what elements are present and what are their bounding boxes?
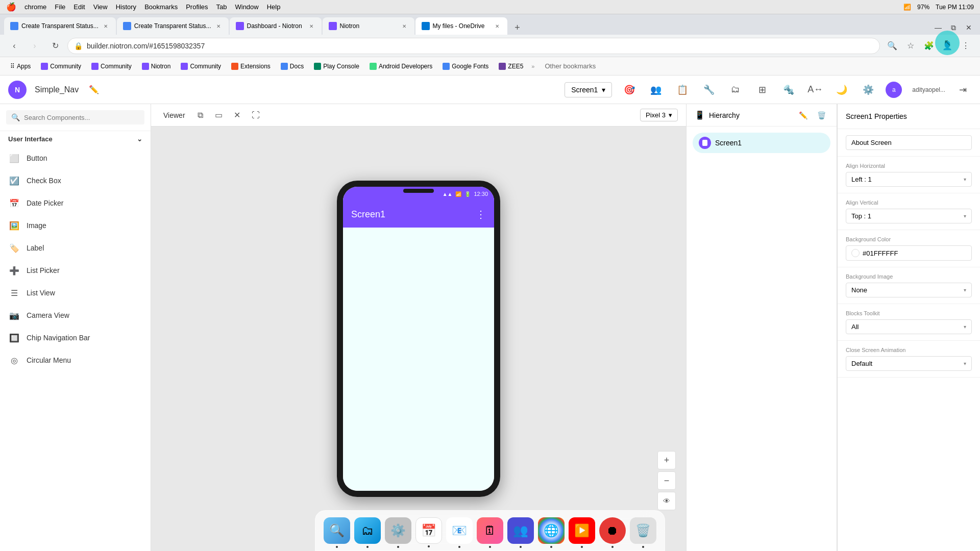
bookmark-community1[interactable]: Community <box>37 61 85 72</box>
tab1-close[interactable]: ✕ <box>102 22 110 30</box>
project-name-edit-icon[interactable]: ✏️ <box>89 85 99 94</box>
dock-youtube[interactable]: ▶️ <box>569 517 595 544</box>
phone-more-icon[interactable]: ⋮ <box>476 208 486 220</box>
preview-icon[interactable]: ▭ <box>212 108 226 122</box>
close-screen-animation-dropdown[interactable]: Default ▾ <box>846 356 972 371</box>
browser-tab-4[interactable]: Niotron ✕ <box>323 17 414 35</box>
edit-menu[interactable]: Edit <box>74 3 85 11</box>
blocks-toolkit-dropdown[interactable]: All ▾ <box>846 319 972 334</box>
close-viewer-icon[interactable]: ✕ <box>230 108 244 122</box>
hierarchy-delete-icon[interactable]: 🗑️ <box>814 108 828 122</box>
tab4-close[interactable]: ✕ <box>400 22 408 30</box>
dock-trash[interactable]: 🗑️ <box>630 517 656 544</box>
history-menu[interactable]: History <box>116 3 136 11</box>
bookmarks-menu[interactable]: Bookmarks <box>144 3 178 11</box>
dock-calendar[interactable]: 📅 <box>415 517 442 544</box>
ui-section-collapse-icon[interactable]: ⌄ <box>137 135 142 143</box>
component-image[interactable]: 🖼️ Image <box>0 214 151 237</box>
forward-button[interactable]: › <box>27 38 43 54</box>
logout-icon[interactable]: ⇥ <box>953 81 972 99</box>
file-menu[interactable]: File <box>55 3 65 11</box>
search-icon[interactable]: 🔍 <box>884 38 900 54</box>
search-components-input[interactable] <box>24 114 139 121</box>
wrench-icon[interactable]: 🔩 <box>779 81 798 99</box>
bookmark-zee5[interactable]: ZEE5 <box>495 61 527 72</box>
zoom-out-button[interactable]: − <box>657 471 676 490</box>
new-tab-button[interactable]: + <box>510 20 525 35</box>
device-selector[interactable]: Pixel 3 ▾ <box>640 109 678 121</box>
bookmark-extensions[interactable]: Extensions <box>227 61 275 72</box>
bookmarks-overflow[interactable]: » <box>531 63 534 69</box>
bookmark-docs[interactable]: Docs <box>277 61 308 72</box>
dock-record[interactable]: ⏺ <box>599 517 626 544</box>
layers-viewer-icon[interactable]: ⧉ <box>193 108 208 122</box>
tab3-close[interactable]: ✕ <box>307 22 315 30</box>
component-datepicker[interactable]: 📅 Date Picker <box>0 192 151 214</box>
bookmark-android-dev[interactable]: Android Developers <box>365 61 436 72</box>
app-menu-chrome[interactable]: chrome <box>24 3 46 11</box>
background-image-dropdown[interactable]: None ▾ <box>846 283 972 297</box>
tab2-close[interactable]: ✕ <box>214 22 223 30</box>
more-icon[interactable]: ⋮ <box>958 38 974 54</box>
component-chipnav[interactable]: 🔲 Chip Navigation Bar <box>0 327 151 349</box>
bookmark-play-console[interactable]: Play Console <box>310 61 363 72</box>
bookmark-apps[interactable]: ⠿ Apps <box>6 61 35 72</box>
ui-section-header[interactable]: User Interface ⌄ <box>0 131 151 147</box>
people-icon[interactable]: 👥 <box>647 81 665 99</box>
profiles-menu[interactable]: Profiles <box>186 3 208 11</box>
component-listpicker[interactable]: ➕ List Picker <box>0 259 151 282</box>
bookmark-community3[interactable]: Community <box>177 61 225 72</box>
dock-gmail[interactable]: 📧 <box>446 517 473 544</box>
target-icon[interactable]: 🎯 <box>620 81 639 99</box>
hierarchy-edit-icon[interactable]: ✏️ <box>796 108 810 122</box>
background-color-picker[interactable]: #01FFFFFF <box>846 245 972 261</box>
component-cameraview[interactable]: 📷 Camera View <box>0 304 151 327</box>
browser-tab-3[interactable]: Dashboard - Niotron ✕ <box>230 17 322 35</box>
grid-icon[interactable]: ⊞ <box>753 81 771 99</box>
back-button[interactable]: ‹ <box>6 38 22 54</box>
user-avatar[interactable]: a <box>886 82 902 98</box>
dock-files[interactable]: 🗂 <box>354 517 381 544</box>
apple-menu[interactable]: 🍎 <box>6 2 16 12</box>
screen-selector[interactable]: Screen1 ▾ <box>565 82 612 97</box>
bookmark-other[interactable]: Other bookmarks <box>541 60 600 72</box>
browser-tab-5[interactable]: My files - OneDrive ✕ <box>415 17 507 35</box>
component-circularmenu[interactable]: ◎ Circular Menu <box>0 349 151 371</box>
dock-teams[interactable]: 👥 <box>507 517 534 544</box>
component-label[interactable]: 🏷️ Label <box>0 237 151 259</box>
align-vertical-dropdown[interactable]: Top : 1 ▾ <box>846 209 972 223</box>
extensions-icon[interactable]: 🧩 <box>921 38 937 54</box>
settings-icon[interactable]: ⚙️ <box>859 81 877 99</box>
clipboard-icon[interactable]: 📋 <box>673 81 692 99</box>
hierarchy-screen1-item[interactable]: Screen1 <box>693 133 830 153</box>
dock-chrome[interactable]: 🌐 <box>538 517 565 544</box>
window-menu[interactable]: Window <box>235 3 258 11</box>
dock-settings[interactable]: ⚙️ <box>385 517 411 544</box>
browser-tab-1[interactable]: Create Transparent Status... ✕ <box>4 17 116 35</box>
tab5-close[interactable]: ✕ <box>493 22 501 30</box>
help-menu[interactable]: Help <box>267 3 281 11</box>
dock-finder[interactable]: 🔍 <box>324 517 350 544</box>
view-menu[interactable]: View <box>93 3 108 11</box>
reload-button[interactable]: ↻ <box>47 38 63 54</box>
tools-icon[interactable]: 🔧 <box>700 81 718 99</box>
expand-icon[interactable]: ⛶ <box>249 108 263 122</box>
browser-tab-2[interactable]: Create Transparent Status... ✕ <box>117 17 229 35</box>
bookmark-google-fonts[interactable]: Google Fonts <box>438 61 493 72</box>
align-horizontal-dropdown[interactable]: Left : 1 ▾ <box>846 172 972 187</box>
star-icon[interactable]: ☆ <box>902 38 919 54</box>
component-button[interactable]: ⬜ Button <box>0 147 151 169</box>
dock-launchpad[interactable]: 🗓 <box>477 517 503 544</box>
component-checkbox[interactable]: ☑️ Check Box <box>0 169 151 192</box>
component-listview[interactable]: ☰ List View <box>0 282 151 304</box>
dark-mode-icon[interactable]: 🌙 <box>832 81 851 99</box>
zoom-hide-button[interactable]: 👁 <box>657 492 676 510</box>
translate-icon[interactable]: A↔ <box>806 81 824 99</box>
bookmark-community2[interactable]: Community <box>87 61 136 72</box>
close-window-button[interactable]: ✕ <box>962 20 976 35</box>
bookmark-niotron[interactable]: Niotron <box>138 61 175 72</box>
address-bar[interactable]: 🔒 builder.niotron.com/#1651598032357 <box>67 38 880 54</box>
zoom-in-button[interactable]: + <box>657 451 676 469</box>
tab-menu[interactable]: Tab <box>216 3 227 11</box>
about-screen-value[interactable]: About Screen <box>846 135 972 150</box>
